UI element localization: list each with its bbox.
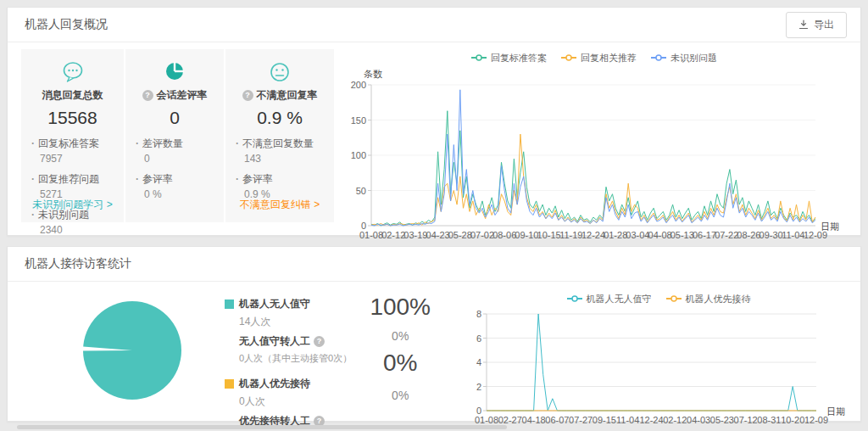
list-item: 差评数量 0 xyxy=(136,135,217,165)
teal-swatch-icon xyxy=(225,299,234,309)
svg-text:10-15: 10-15 xyxy=(537,230,561,240)
svg-text:08-06: 08-06 xyxy=(492,230,516,240)
total-replies-value: 15568 xyxy=(21,108,124,128)
legend-item[interactable]: 未识别问题 xyxy=(650,52,717,64)
svg-text:09-10: 09-10 xyxy=(515,230,538,240)
svg-text:04-08: 04-08 xyxy=(648,230,672,240)
svg-text:08-26: 08-26 xyxy=(737,230,760,240)
stat-cards: 消息回复总数 15568 回复标准答案 7957 回复推荐问题 5271 未识别… xyxy=(21,49,334,246)
card-title: 会话差评率 xyxy=(125,88,224,103)
section-title: 机器人接待访客统计 xyxy=(25,256,131,271)
svg-text:12-24: 12-24 xyxy=(581,230,605,240)
learn-unrecognized-link[interactable]: 未识别问题学习 > xyxy=(21,198,124,212)
stat-card-unsatisfied: 不满意回复率 0.9 % 不满意回复数量 143 参评率 0.9 % 不满意回复… xyxy=(225,49,334,222)
x-axis-labels: 01-0802-1203-1904-2305-2807-0208-0609-10… xyxy=(359,230,827,240)
help-icon[interactable] xyxy=(314,336,325,347)
reply-trend-chart: 回复标准答案回复相关推荐未识别问题050100150200条数日期01-0802… xyxy=(341,49,847,246)
svg-text:2: 2 xyxy=(476,382,481,392)
unattended-percent: 100% xyxy=(353,294,448,324)
svg-text:09-15: 09-15 xyxy=(593,415,616,425)
svg-text:07-22: 07-22 xyxy=(715,230,738,240)
svg-text:11-04: 11-04 xyxy=(782,230,804,240)
list-item: 参评率 0.9 % xyxy=(236,171,327,200)
svg-text:02-12: 02-12 xyxy=(663,415,687,425)
svg-text:条数: 条数 xyxy=(364,69,382,79)
card-title: 不满意回复率 xyxy=(225,88,334,103)
legend-item[interactable]: 回复标准答案 xyxy=(470,52,547,64)
legend-group-unattended: 机器人无人值守 14人次 无人值守转人工 0人次（其中主动接管0次） xyxy=(225,297,353,365)
pie-icon xyxy=(125,59,224,87)
svg-text:6: 6 xyxy=(476,333,481,344)
svg-text:10-20: 10-20 xyxy=(781,415,804,425)
svg-text:07-02: 07-02 xyxy=(470,230,494,240)
svg-text:12-24: 12-24 xyxy=(639,415,663,425)
svg-text:06-17: 06-17 xyxy=(693,230,716,240)
pie-legend: 机器人无人值守 14人次 无人值守转人工 0人次（其中主动接管0次） 机器人优先… xyxy=(225,285,353,431)
neutral-face-icon xyxy=(225,59,334,87)
x-axis-labels: 01-0802-2704-1806-0707-2709-1511-0412-24… xyxy=(475,415,828,425)
priority-transfer-percent: 0% xyxy=(353,389,448,409)
legend-item[interactable]: 机器人无人值守 xyxy=(566,293,652,305)
visitor-trend-chart: 机器人无人值守机器人优先接待02468日期01-0802-2704-1806-0… xyxy=(470,285,847,431)
svg-text:03-04: 03-04 xyxy=(626,230,649,240)
correct-unsatisfied-link[interactable]: 不满意回复纠错 > xyxy=(225,198,334,212)
stat-card-total-replies: 消息回复总数 15568 回复标准答案 7957 回复推荐问题 5271 未识别… xyxy=(21,49,124,222)
svg-text:11-19: 11-19 xyxy=(559,230,582,240)
download-icon xyxy=(798,20,809,30)
help-icon[interactable] xyxy=(142,90,153,101)
percent-column: 100% 0% 0% 0% xyxy=(353,285,448,431)
card-title: 消息回复总数 xyxy=(21,88,124,103)
line-chart-svg: 02468日期01-0802-2704-1806-0707-2709-1511-… xyxy=(470,307,847,426)
reply-overview-panel: 机器人回复概况 导出 消息回复总数 15568 xyxy=(7,7,861,236)
svg-text:01-08: 01-08 xyxy=(359,230,383,240)
visitor-pie-chart xyxy=(69,288,196,431)
svg-text:02-27: 02-27 xyxy=(498,415,522,425)
unattended-transfer-percent: 0% xyxy=(353,329,448,350)
svg-text:02-12: 02-12 xyxy=(381,230,405,240)
svg-text:04-23: 04-23 xyxy=(426,230,450,240)
svg-text:07-27: 07-27 xyxy=(569,415,593,425)
svg-text:05-13: 05-13 xyxy=(670,230,694,240)
help-icon[interactable] xyxy=(242,90,253,101)
chat-bubble-icon xyxy=(21,59,124,87)
svg-text:12-09: 12-09 xyxy=(804,230,827,240)
visitor-stats-panel: 机器人接待访客统计 机器人无人值守 14人次 无人值守转人工 0人次（其中主动接… xyxy=(7,246,861,422)
page-title: 机器人回复概况 xyxy=(25,17,108,32)
yellow-swatch-icon xyxy=(225,379,234,389)
line-chart-svg: 050100150200条数日期01-0802-1203-1904-2305-2… xyxy=(341,66,841,243)
svg-text:4: 4 xyxy=(476,357,481,367)
legend-item[interactable]: 回复相关推荐 xyxy=(560,52,637,64)
legend-group-priority: 机器人优先接待 0人次 优先接待转人工 0人次（其中主动接管0次） xyxy=(225,377,353,431)
export-button[interactable]: 导出 xyxy=(786,12,847,38)
svg-text:09-30: 09-30 xyxy=(760,230,783,240)
stat-card-bad-rating: 会话差评率 0 差评数量 0 参评率 0 % xyxy=(125,49,224,222)
list-item: 不满意回复数量 143 xyxy=(236,135,327,165)
svg-text:08-31: 08-31 xyxy=(757,415,781,425)
svg-text:50: 50 xyxy=(356,186,366,196)
svg-text:07-12: 07-12 xyxy=(734,415,758,425)
svg-text:12-09: 12-09 xyxy=(804,415,828,425)
svg-text:01-08: 01-08 xyxy=(475,415,498,425)
list-item: 回复标准答案 7957 xyxy=(31,135,117,165)
panel-header: 机器人接待访客统计 xyxy=(8,247,860,282)
horizontal-scrollbar[interactable] xyxy=(17,425,507,429)
pie-chart-svg xyxy=(69,288,196,416)
svg-text:11-04: 11-04 xyxy=(616,415,639,425)
svg-text:100: 100 xyxy=(351,150,366,160)
svg-text:200: 200 xyxy=(351,80,366,90)
legend-item[interactable]: 机器人优先接待 xyxy=(665,293,751,305)
chart-legend: 回复标准答案回复相关推荐未识别问题 xyxy=(341,49,847,66)
svg-text:05-28: 05-28 xyxy=(448,230,472,240)
chart-legend: 机器人无人值守机器人优先接待 xyxy=(470,290,847,307)
unsatisfied-value: 0.9 % xyxy=(225,108,334,128)
svg-text:05-23: 05-23 xyxy=(710,415,734,425)
bad-rating-value: 0 xyxy=(125,108,224,128)
svg-text:150: 150 xyxy=(351,115,366,126)
panel-header: 机器人回复概况 导出 xyxy=(8,8,860,42)
svg-text:06-07: 06-07 xyxy=(545,415,569,425)
svg-text:04-03: 04-03 xyxy=(687,415,710,425)
svg-text:8: 8 xyxy=(476,309,481,319)
svg-text:01-28: 01-28 xyxy=(604,230,627,240)
svg-text:03-19: 03-19 xyxy=(403,230,427,240)
svg-text:04-18: 04-18 xyxy=(522,415,546,425)
